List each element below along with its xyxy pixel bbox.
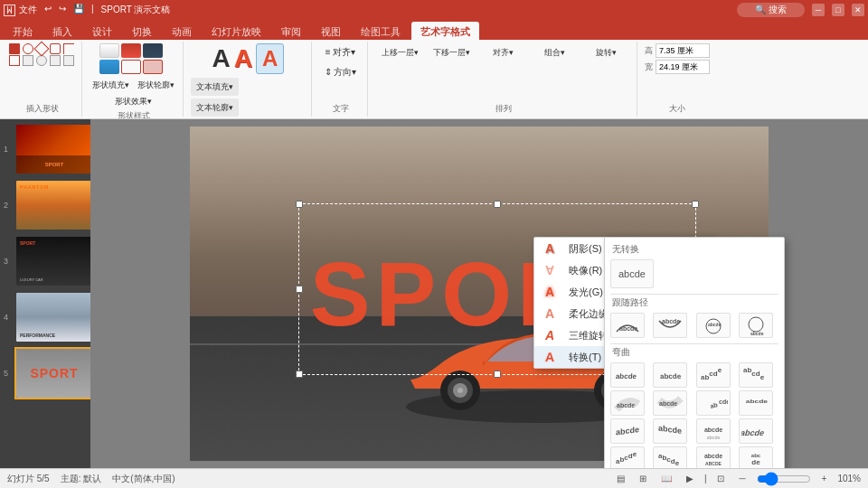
tep-warp-16[interactable]: abc de — [739, 446, 773, 468]
tep-warp-5[interactable]: abcde — [610, 390, 645, 416]
shadow-icon: A — [545, 241, 561, 256]
handle-bm[interactable] — [494, 371, 501, 378]
tep-warp-3[interactable]: abcde — [696, 362, 731, 388]
tab-draw-tools[interactable]: 绘图工具 — [352, 22, 410, 40]
tab-art-format[interactable]: 艺术字格式 — [411, 22, 479, 40]
tab-transition[interactable]: 切换 — [123, 22, 161, 40]
tep-none-section: 无转换 abcde — [610, 243, 778, 288]
shape-item[interactable] — [23, 55, 33, 66]
style-item[interactable] — [121, 60, 141, 74]
tep-warp-4[interactable]: abcde — [739, 362, 773, 388]
tep-none-item[interactable]: abcde — [610, 259, 654, 288]
tep-warp-8[interactable]: abcde — [739, 390, 773, 416]
shape-fill-btn[interactable]: 形状填充▾ — [90, 76, 132, 94]
shape-item[interactable] — [50, 43, 61, 54]
svg-text:abcde: abcde — [658, 423, 682, 436]
text-a-plain[interactable]: A — [212, 46, 231, 71]
shape-item[interactable] — [63, 55, 74, 66]
arrange-group-btn[interactable]: 组合▾ — [530, 43, 580, 61]
shape-item[interactable] — [34, 42, 50, 57]
style-item[interactable] — [143, 60, 163, 74]
text-outline-btn[interactable]: 文本轮廓▾ — [191, 99, 239, 117]
view-reading[interactable]: 📖 — [657, 473, 675, 484]
zoom-in-btn[interactable]: + — [818, 473, 831, 484]
tep-warp-1[interactable]: abcde — [610, 362, 645, 388]
handle-tl[interactable] — [296, 201, 303, 208]
arrange-align-btn[interactable]: 对齐▾ — [478, 43, 528, 61]
maximize-btn[interactable]: □ — [832, 4, 844, 16]
slide-thumb-5[interactable]: SPORT — [14, 347, 90, 399]
undo-btn[interactable]: ↩ — [44, 4, 52, 16]
tep-follow-grid: abcde abcde abcde abcde — [610, 313, 778, 338]
tep-warp-2[interactable]: abcde — [653, 362, 687, 388]
shape-outline-btn[interactable]: 形状轮廓▾ — [135, 76, 177, 94]
tep-circle[interactable]: abcde — [696, 313, 731, 338]
svg-text:ab: ab — [709, 401, 718, 409]
canvas-area[interactable]: SPORT — [90, 119, 868, 468]
fit-window-btn[interactable]: ⊡ — [713, 473, 728, 484]
tep-warp-7[interactable]: ab cde — [696, 390, 731, 416]
tep-warp-11[interactable]: abcde abcde — [696, 418, 731, 444]
tab-animation[interactable]: 动画 — [163, 22, 201, 40]
text-align-btn[interactable]: ≡ 对齐▾ — [319, 43, 362, 61]
text-a-active[interactable]: A — [256, 43, 284, 74]
style-item[interactable] — [99, 60, 119, 74]
handle-tm[interactable] — [494, 201, 501, 208]
tab-insert[interactable]: 插入 — [43, 22, 81, 40]
shape-item[interactable] — [50, 55, 61, 66]
tep-warp-15[interactable]: abcde ABCDE — [696, 446, 731, 468]
handle-tr[interactable] — [692, 201, 699, 208]
tab-design[interactable]: 设计 — [83, 22, 121, 40]
slide-num-5: 5 — [4, 369, 13, 378]
height-input[interactable] — [656, 43, 710, 58]
shape-item[interactable] — [36, 55, 47, 66]
width-input[interactable] — [656, 60, 710, 74]
arrange-lower-btn[interactable]: 下移一层▾ — [427, 43, 476, 61]
tep-arc-down[interactable]: abcde — [653, 313, 687, 338]
tep-arc-up[interactable]: abcde — [610, 313, 645, 338]
shape-item[interactable] — [23, 43, 33, 54]
search-box[interactable]: 🔍 搜索 — [737, 3, 805, 17]
slide-thumb-3[interactable]: SPORT LUXURY CAR — [14, 235, 90, 287]
tab-home[interactable]: 开始 — [4, 22, 42, 40]
tab-review[interactable]: 审阅 — [272, 22, 310, 40]
view-slideshow[interactable]: ▶ — [683, 473, 697, 484]
tab-view[interactable]: 视图 — [312, 22, 350, 40]
zoom-out-btn[interactable]: ─ — [735, 473, 749, 484]
tep-warp-13[interactable]: abcde — [610, 446, 645, 468]
tep-warp-12[interactable]: abcde — [739, 418, 773, 444]
view-normal[interactable]: ▤ — [613, 473, 628, 484]
arrange-upper-btn[interactable]: 上移一层▾ — [375, 43, 425, 61]
tep-warp-6[interactable]: abcde — [653, 390, 687, 416]
text-a-styled[interactable]: A — [234, 46, 252, 71]
handle-bl[interactable] — [296, 371, 303, 378]
slide-thumb-2[interactable]: PHANTOM — [14, 179, 90, 231]
tep-warp-9[interactable]: abcde — [610, 418, 645, 444]
text-fill-btn[interactable]: 文本填充▾ — [191, 78, 239, 96]
tep-warp-10[interactable]: abcde — [653, 418, 687, 444]
shape-item[interactable] — [9, 55, 20, 66]
view-slide-sorter[interactable]: ⊞ — [636, 473, 650, 484]
shape-item[interactable] — [9, 43, 20, 54]
text-dir-btn[interactable]: ⇕ 方向▾ — [319, 63, 362, 81]
svg-text:abcde: abcde — [617, 402, 635, 408]
slide-thumb-1[interactable]: SPORT — [14, 123, 90, 175]
minimize-btn[interactable]: ─ — [812, 4, 825, 16]
style-item[interactable] — [143, 43, 163, 58]
style-item[interactable] — [121, 43, 141, 58]
shape-item[interactable] — [63, 43, 74, 54]
zoom-slider[interactable] — [757, 474, 811, 484]
tep-warp-14[interactable]: abcde — [653, 446, 687, 468]
arrange-rotate-btn[interactable]: 旋转▾ — [581, 43, 631, 61]
close-btn[interactable]: ✕ — [852, 4, 864, 16]
slide-thumb-4[interactable]: PERFORMANCE — [14, 291, 90, 343]
handle-ml[interactable] — [296, 286, 303, 293]
file-menu-quick[interactable]: 文件 — [19, 4, 37, 16]
redo-btn[interactable]: ↪ — [59, 4, 66, 16]
tep-circle2[interactable]: abcde — [739, 313, 773, 338]
shape-effect-btn[interactable]: 形状效果▾ — [112, 95, 155, 108]
save-btn[interactable]: 💾 — [73, 4, 84, 16]
tab-slideshow[interactable]: 幻灯片放映 — [203, 22, 270, 40]
style-item[interactable] — [99, 43, 119, 58]
group-label-size: 大小 — [669, 101, 685, 115]
